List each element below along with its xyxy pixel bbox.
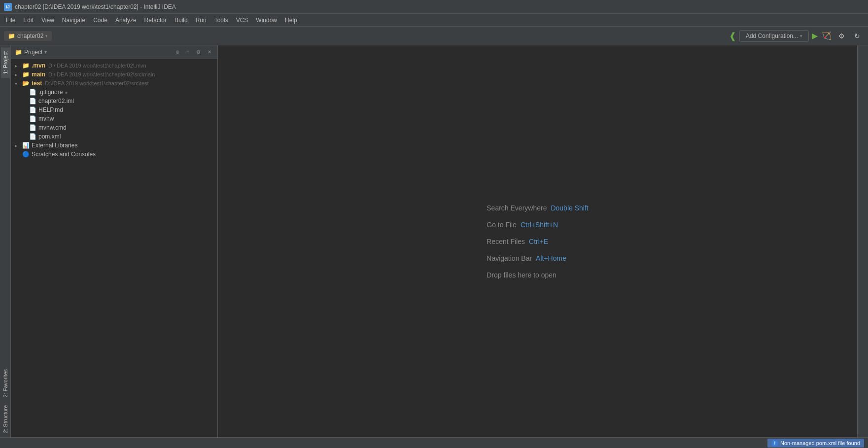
panel-close-icon[interactable]: ✕ — [206, 48, 213, 56]
tree-item-main[interactable]: 📁 main D:\IDEA 2019 work\test1\chapter02… — [11, 70, 217, 79]
ext-lib-arrow-icon — [15, 143, 22, 148]
nav-bar-label: Navigation Bar — [486, 254, 532, 262]
mvn-label: .mvn — [32, 62, 45, 69]
left-sidebar-strip: 1: Project 2: Favorites 2: Structure — [0, 45, 11, 437]
panel-title: 📁 Project — [15, 49, 171, 56]
tree-item-external-libraries[interactable]: 📊 External Libraries — [11, 141, 217, 150]
main-layout: 1: Project 2: Favorites 2: Structure 📁 P… — [0, 45, 868, 437]
welcome-row-navbar: Navigation Bar Alt+Home — [486, 254, 588, 262]
pomxml-icon: 📄 — [29, 133, 36, 140]
sidebar-item-project[interactable]: 1: Project — [1, 47, 10, 78]
project-selector[interactable]: 📁 chapter02 — [4, 31, 52, 41]
mvnwcmd-label: mvnw.cmd — [38, 124, 67, 131]
tree-item-mvn[interactable]: 📁 .mvn D:\IDEA 2019 work\test1\chapter02… — [11, 61, 217, 70]
nav-bar-shortcut: Alt+Home — [536, 254, 566, 262]
md-label: HELP.md — [38, 106, 63, 113]
right-sidebar-strip — [857, 45, 868, 437]
ext-lib-label: External Libraries — [32, 142, 77, 149]
goto-file-shortcut: Ctrl+Shift+N — [521, 221, 558, 229]
update-icon[interactable]: ↻ — [850, 29, 864, 43]
menu-file[interactable]: File — [2, 15, 19, 25]
mvnwcmd-icon: 📄 — [29, 124, 36, 131]
menu-view[interactable]: View — [37, 15, 58, 25]
sidebar-item-favorites[interactable]: 2: Favorites — [1, 365, 10, 401]
tree-item-mvnwcmd[interactable]: 📄 mvnw.cmd — [11, 123, 217, 132]
mvn-path: D:\IDEA 2019 work\test1\chapter02\.mvn — [48, 63, 146, 69]
iml-icon: 📄 — [29, 98, 36, 104]
toolbar: 📁 chapter02 ❰ Add Configuration... ▶ 🏹 ⚙… — [0, 27, 868, 45]
md-icon: 📄 — [29, 106, 36, 113]
search-everywhere-label: Search Everywhere — [486, 204, 547, 212]
info-icon: i — [771, 440, 778, 447]
scratches-icon: 🔵 — [22, 151, 30, 158]
main-path: D:\IDEA 2019 work\test1\chapter02\src\ma… — [48, 71, 155, 77]
tree-item-scratches[interactable]: 🔵 Scratches and Consoles — [11, 150, 217, 159]
project-panel-header: 📁 Project ⊕ ≡ ⚙ ✕ — [11, 45, 217, 59]
locate-icon[interactable]: ⊕ — [174, 48, 181, 56]
menu-tools[interactable]: Tools — [210, 15, 232, 25]
project-panel: 📁 Project ⊕ ≡ ⚙ ✕ 📁 .mvn D:\IDEA 2019 wo… — [11, 45, 218, 437]
project-folder-icon: 📁 — [8, 33, 15, 39]
menu-run[interactable]: Run — [192, 15, 210, 25]
project-label: chapter02 — [17, 33, 43, 39]
menu-vcs[interactable]: VCS — [232, 15, 252, 25]
menu-code[interactable]: Code — [89, 15, 111, 25]
panel-dropdown-icon[interactable] — [44, 49, 47, 55]
drop-files-label: Drop files here to open — [486, 271, 556, 279]
gitignore-label: .gitignore — [38, 89, 63, 96]
collapse-all-icon[interactable]: ≡ — [184, 48, 191, 56]
menu-edit[interactable]: Edit — [19, 15, 37, 25]
tree-item-chapter02iml[interactable]: 📄 chapter02.iml — [11, 97, 217, 105]
welcome-row-goto: Go to File Ctrl+Shift+N — [486, 221, 588, 229]
settings-toolbar-icon[interactable]: ⚙ — [834, 29, 848, 43]
recent-files-shortcut: Ctrl+E — [529, 238, 548, 245]
status-notification[interactable]: i Non-managed pom.xml file found — [767, 439, 864, 448]
search-everywhere-shortcut: Double Shift — [551, 204, 588, 212]
pomxml-label: pom.xml — [38, 133, 61, 140]
tree-item-test[interactable]: 📂 test D:\IDEA 2019 work\test1\chapter02… — [11, 79, 217, 88]
goto-file-label: Go to File — [486, 221, 517, 229]
panel-settings-icon[interactable]: ⚙ — [194, 48, 203, 56]
tree-item-mvnw[interactable]: 📄 mvnw — [11, 114, 217, 123]
project-panel-folder-icon: 📁 — [15, 49, 22, 56]
status-notification-text: Non-managed pom.xml file found — [780, 440, 860, 446]
tree-item-gitignore[interactable]: 📄 .gitignore ● — [11, 88, 217, 97]
menu-refactor[interactable]: Refactor — [140, 15, 171, 25]
menu-build[interactable]: Build — [171, 15, 192, 25]
test-folder-icon: 📂 — [22, 80, 30, 87]
iml-label: chapter02.iml — [38, 98, 74, 104]
mvn-folder-icon: 📁 — [22, 62, 30, 69]
menu-window[interactable]: Window — [252, 15, 281, 25]
main-label: main — [32, 71, 45, 78]
sidebar-item-structure[interactable]: 2: Structure — [1, 401, 10, 437]
add-configuration-button[interactable]: Add Configuration... — [739, 30, 809, 42]
menu-help[interactable]: Help — [281, 15, 301, 25]
tree-item-pomxml[interactable]: 📄 pom.xml — [11, 132, 217, 141]
main-folder-icon: 📁 — [22, 71, 30, 78]
mvnw-label: mvnw — [38, 115, 54, 122]
menu-analyze[interactable]: Analyze — [111, 15, 140, 25]
config-dropdown-icon — [800, 34, 802, 38]
app-icon: IJ — [4, 3, 12, 11]
title-bar: IJ chapter02 [D:\IDEA 2019 work\test1\ch… — [0, 0, 868, 14]
welcome-row-recent: Recent Files Ctrl+E — [486, 238, 588, 245]
run-button[interactable]: ▶ — [812, 31, 818, 40]
project-dropdown-icon — [45, 34, 48, 38]
debug-button[interactable]: 🏹 — [822, 31, 832, 40]
scratches-label: Scratches and Consoles — [32, 151, 96, 158]
main-arrow-icon — [15, 72, 22, 77]
status-bar: i Non-managed pom.xml file found — [0, 437, 868, 448]
add-config-label: Add Configuration... — [746, 33, 798, 39]
tree-item-helpmd[interactable]: 📄 HELP.md — [11, 105, 217, 114]
gitignore-icon: 📄 — [29, 89, 36, 96]
ext-lib-icon: 📊 — [22, 142, 30, 149]
welcome-row-search: Search Everywhere Double Shift — [486, 204, 588, 212]
welcome-content: Search Everywhere Double Shift Go to Fil… — [486, 204, 588, 279]
editor-area: Search Everywhere Double Shift Go to Fil… — [218, 45, 857, 437]
menu-navigate[interactable]: Navigate — [58, 15, 89, 25]
test-label: test — [32, 80, 42, 87]
file-tree: 📁 .mvn D:\IDEA 2019 work\test1\chapter02… — [11, 59, 217, 437]
welcome-row-drop: Drop files here to open — [486, 271, 588, 279]
recent-files-label: Recent Files — [486, 238, 525, 245]
navigate-back-icon[interactable]: ❰ — [729, 31, 736, 41]
